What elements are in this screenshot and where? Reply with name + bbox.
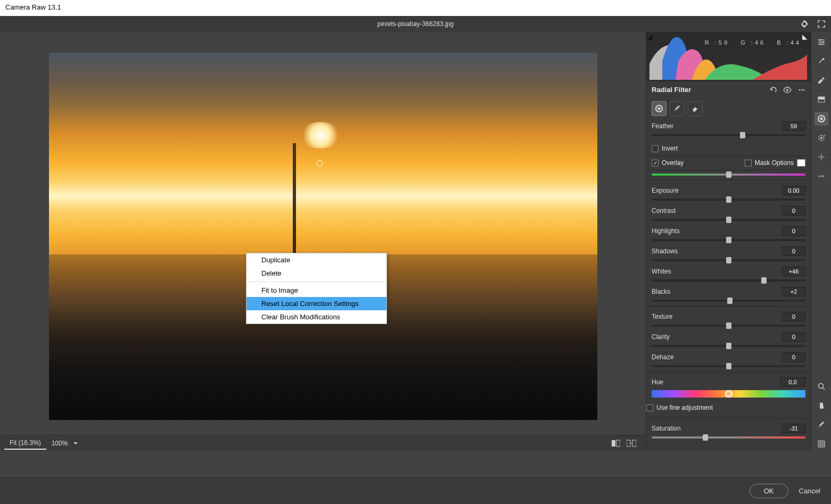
- graduated-icon[interactable]: [814, 93, 828, 106]
- overlay-row: Overlay Mask Options: [646, 155, 811, 170]
- contrast-slider[interactable]: [652, 219, 805, 221]
- sliders-scroll[interactable]: Exposure0.00 Contrast0 Highlights0 Shado…: [646, 170, 811, 451]
- before-after-split-icon[interactable]: [612, 440, 620, 447]
- mask-options-checkbox[interactable]: [745, 160, 752, 167]
- tint-slider[interactable]: [652, 173, 805, 176]
- shadows-value[interactable]: 0: [782, 246, 805, 256]
- exposure-value[interactable]: 0.00: [782, 186, 805, 195]
- svg-point-17: [820, 118, 822, 120]
- panel-header: Radial Filter: [646, 81, 811, 98]
- clarity-label: Clarity: [652, 333, 782, 341]
- highlights-value[interactable]: 0: [782, 226, 805, 236]
- svg-rect-15: [818, 97, 825, 100]
- saturation-label: Saturation: [652, 425, 782, 432]
- texture-slider[interactable]: [652, 325, 805, 327]
- svg-point-21: [820, 156, 822, 158]
- eye-icon[interactable]: [783, 86, 792, 94]
- saturation-value[interactable]: -31: [782, 424, 805, 433]
- sampler-brush-icon[interactable]: [814, 418, 828, 432]
- whites-value[interactable]: +46: [782, 267, 805, 276]
- eyedropper-icon[interactable]: [814, 54, 828, 68]
- blacks-label: Blacks: [652, 288, 782, 295]
- overlay-checkbox[interactable]: [652, 160, 659, 167]
- contrast-value[interactable]: 0: [782, 206, 805, 216]
- texture-value[interactable]: 0: [782, 312, 805, 321]
- dehaze-value[interactable]: 0: [782, 352, 805, 362]
- top-bar: pexels-pixabay-366283.jpg: [0, 16, 831, 32]
- undo-icon[interactable]: [769, 86, 777, 94]
- feather-label: Feather: [652, 122, 782, 130]
- histogram[interactable]: ◢ ◣ R :59 G :46 B :44: [646, 32, 811, 81]
- svg-line-26: [822, 387, 825, 390]
- clarity-value[interactable]: 0: [782, 332, 805, 342]
- blacks-slider[interactable]: [652, 300, 805, 302]
- shadows-slider[interactable]: [652, 259, 805, 261]
- fullscreen-icon[interactable]: [817, 20, 826, 28]
- rgb-readout: R :59 G :46 B :44: [705, 39, 801, 46]
- dehaze-label: Dehaze: [652, 353, 782, 361]
- ctx-reset-local-correction[interactable]: Reset Local Correction Settings: [246, 297, 386, 310]
- hand-icon[interactable]: [814, 399, 828, 412]
- whites-slider[interactable]: [652, 279, 805, 282]
- ctx-delete[interactable]: Delete: [246, 267, 386, 280]
- saturation-slider[interactable]: [652, 436, 805, 439]
- mask-color-swatch[interactable]: [797, 159, 805, 167]
- ctx-clear-brush[interactable]: Clear Brush Modifications: [246, 310, 386, 324]
- radial-pin-1[interactable]: [316, 160, 323, 167]
- zoom-icon[interactable]: [814, 379, 828, 393]
- radial-icon[interactable]: [814, 112, 828, 126]
- svg-point-24: [822, 176, 824, 177]
- svg-point-7: [801, 89, 803, 90]
- highlights-slider[interactable]: [652, 239, 805, 241]
- zoom-bar: Fit (16.3%) 100%: [0, 435, 646, 451]
- local-tool-row: [646, 98, 811, 119]
- contrast-label: Contrast: [652, 207, 782, 214]
- cancel-button[interactable]: Cancel: [799, 487, 820, 495]
- fine-adjust-row[interactable]: Use fine adjustment: [646, 402, 811, 416]
- invert-checkbox[interactable]: [652, 145, 659, 152]
- dehaze-slider[interactable]: [652, 365, 805, 367]
- gap: [0, 451, 831, 477]
- svg-text:+: +: [824, 134, 826, 137]
- invert-row[interactable]: Invert: [646, 142, 811, 155]
- hue-slider[interactable]: [652, 390, 805, 398]
- brush-tool-button[interactable]: [670, 101, 685, 116]
- radial-tool-button[interactable]: [652, 101, 667, 116]
- zoom-100[interactable]: 100%: [46, 437, 73, 449]
- redeye-icon[interactable]: +: [814, 131, 828, 145]
- hue-label: Hue: [652, 378, 780, 386]
- more-tools-icon[interactable]: [814, 169, 828, 183]
- shadows-label: Shadows: [652, 247, 782, 255]
- sliders-icon[interactable]: [814, 35, 828, 49]
- feather-slider[interactable]: [652, 134, 805, 136]
- chevron-down-icon[interactable]: [73, 441, 78, 446]
- photo-canvas[interactable]: [49, 53, 597, 420]
- image-view[interactable]: Duplicate Delete Fit to Image Reset Loca…: [0, 32, 646, 435]
- svg-rect-2: [627, 440, 630, 447]
- clarity-slider[interactable]: [652, 345, 805, 347]
- zoom-fit[interactable]: Fit (16.3%): [4, 437, 46, 450]
- feather-value[interactable]: 59: [782, 121, 805, 131]
- more-icon[interactable]: [798, 86, 805, 94]
- svg-point-27: [824, 422, 825, 423]
- right-tool-strip: +: [811, 32, 831, 451]
- before-after-swap-icon[interactable]: [627, 440, 636, 447]
- fine-adjust-checkbox[interactable]: [646, 404, 653, 411]
- blacks-value[interactable]: +2: [782, 287, 805, 296]
- sampler-icon[interactable]: [814, 73, 828, 87]
- ok-button[interactable]: OK: [750, 484, 788, 498]
- svg-point-8: [803, 89, 805, 90]
- svg-point-12: [822, 42, 824, 43]
- overlay-label: Overlay: [662, 159, 684, 167]
- grid-icon[interactable]: [814, 437, 828, 451]
- exposure-label: Exposure: [652, 187, 782, 194]
- eraser-tool-button[interactable]: [688, 101, 703, 116]
- spot-icon[interactable]: [814, 150, 828, 164]
- svg-point-19: [820, 137, 822, 139]
- invert-label: Invert: [662, 145, 678, 152]
- ctx-duplicate[interactable]: Duplicate: [246, 253, 386, 267]
- ctx-fit-to-image[interactable]: Fit to Image: [246, 284, 386, 297]
- hue-value[interactable]: 0.0: [780, 377, 805, 387]
- gear-icon[interactable]: [800, 20, 809, 28]
- exposure-slider[interactable]: [652, 199, 805, 201]
